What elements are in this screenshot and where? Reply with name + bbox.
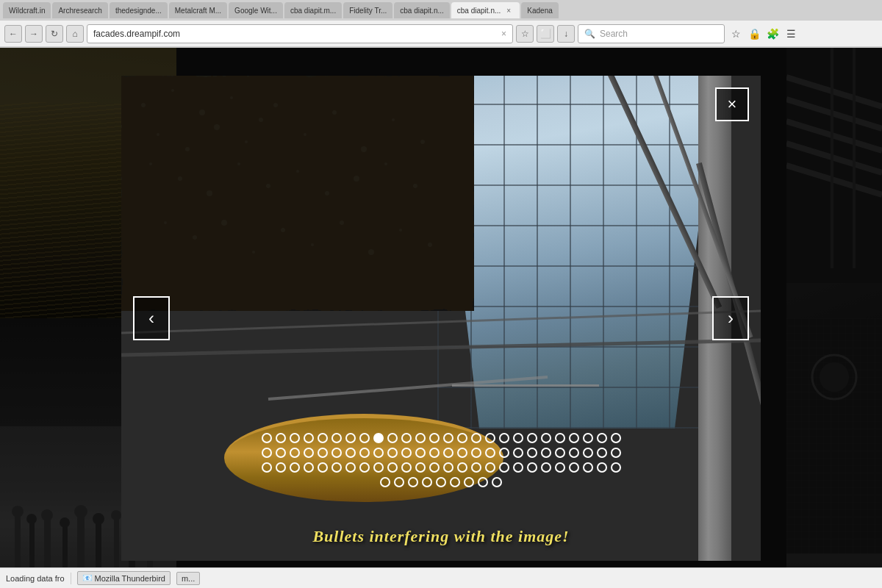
bullet-1-4[interactable] xyxy=(304,433,314,443)
bullet-1-20[interactable] xyxy=(527,433,537,443)
bullet-2-22[interactable] xyxy=(555,448,565,458)
taskbar-item-2[interactable]: m... xyxy=(176,572,200,585)
bullet-2-16[interactable] xyxy=(471,448,481,458)
bullet-1-22[interactable] xyxy=(555,433,565,443)
bullet-2-21[interactable] xyxy=(541,448,551,458)
bullet-3-8[interactable] xyxy=(359,462,370,473)
bullet-3-19[interactable] xyxy=(513,462,523,473)
taskbar-item-thunderbird[interactable]: 📧 Mozilla Thunderbird xyxy=(77,571,171,585)
bullet-2-9[interactable] xyxy=(373,448,384,458)
bullet-3-12[interactable] xyxy=(415,462,426,473)
bullet-1-17[interactable] xyxy=(485,433,495,443)
prev-button[interactable]: ‹ xyxy=(133,296,170,340)
bullet-3-4[interactable] xyxy=(304,462,314,473)
bullet-1-12[interactable] xyxy=(415,433,426,443)
bullet-4-4[interactable] xyxy=(422,477,432,487)
bullet-2-1[interactable] xyxy=(262,448,272,458)
bullet-4-9[interactable] xyxy=(492,477,502,487)
bullet-1-14[interactable] xyxy=(443,433,453,443)
bullet-1-5[interactable] xyxy=(318,433,328,443)
reload-button[interactable]: ↻ xyxy=(46,25,63,43)
tab-4[interactable]: Metalcraft M... xyxy=(169,2,227,18)
tab-5[interactable]: Google Wit... xyxy=(229,2,283,18)
bullet-1-9[interactable] xyxy=(373,433,384,443)
bullet-2-20[interactable] xyxy=(527,448,537,458)
bullet-1-10[interactable] xyxy=(387,433,398,443)
bullet-1-21[interactable] xyxy=(541,433,551,443)
bullet-3-22[interactable] xyxy=(555,462,565,473)
bullet-1-13[interactable] xyxy=(429,433,440,443)
bullet-2-25[interactable] xyxy=(597,448,607,458)
bullet-1-6[interactable] xyxy=(331,433,342,443)
bullet-2-15[interactable] xyxy=(457,448,467,458)
bullet-2-8[interactable] xyxy=(359,448,370,458)
bullet-3-15[interactable] xyxy=(457,462,467,473)
bullet-2-4[interactable] xyxy=(304,448,314,458)
bullet-1-16[interactable] xyxy=(471,433,481,443)
bullet-2-2[interactable] xyxy=(276,448,286,458)
bullet-1-11[interactable] xyxy=(401,433,412,443)
bullet-3-20[interactable] xyxy=(527,462,537,473)
bullet-3-18[interactable] xyxy=(499,462,509,473)
back-button[interactable]: ← xyxy=(4,25,22,43)
bullet-3-13[interactable] xyxy=(429,462,440,473)
menu-icon[interactable]: ☰ xyxy=(783,26,799,42)
bullet-1-7[interactable] xyxy=(345,433,356,443)
forward-button[interactable]: → xyxy=(25,25,43,43)
bullet-3-23[interactable] xyxy=(569,462,579,473)
tab-10[interactable]: Kadena xyxy=(521,2,558,18)
bullet-3-26[interactable] xyxy=(611,462,621,473)
bullet-4-6[interactable] xyxy=(450,477,460,487)
bookmark-solid-icon[interactable]: ⬜ xyxy=(537,25,554,43)
bullet-3-9[interactable] xyxy=(373,462,384,473)
bullet-3-7[interactable] xyxy=(345,462,356,473)
bullet-2-12[interactable] xyxy=(415,448,426,458)
bullet-3-1[interactable] xyxy=(262,462,272,473)
bullet-1-25[interactable] xyxy=(597,433,607,443)
bullet-2-7[interactable] xyxy=(345,448,356,458)
bullet-2-10[interactable] xyxy=(387,448,398,458)
bullet-3-16[interactable] xyxy=(471,462,481,473)
puzzle-icon[interactable]: 🧩 xyxy=(764,26,781,42)
lightbox-overlay[interactable]: Bullets interfering with the image! × ‹ … xyxy=(0,48,882,588)
address-bar[interactable]: facades.dreampif.com × xyxy=(87,24,513,43)
download-icon[interactable]: ↓ xyxy=(557,25,575,43)
bullet-3-6[interactable] xyxy=(331,462,342,473)
bullet-1-23[interactable] xyxy=(569,433,579,443)
tab-1[interactable]: Wildcraft.in xyxy=(3,2,51,18)
bullet-3-5[interactable] xyxy=(318,462,328,473)
tab-8[interactable]: cba diapit.n... xyxy=(394,2,449,18)
bookmark-icon[interactable]: ☆ xyxy=(516,25,534,43)
bullet-1-19[interactable] xyxy=(513,433,523,443)
bullet-2-14[interactable] xyxy=(443,448,453,458)
close-button[interactable]: × xyxy=(715,87,749,121)
tab-9[interactable]: cba diapit.n... × xyxy=(451,2,520,18)
tab-7[interactable]: Fidelity Tr... xyxy=(343,2,392,18)
tab-3[interactable]: thedesignde... xyxy=(110,2,168,18)
bullet-4-5[interactable] xyxy=(436,477,446,487)
bullet-4-3[interactable] xyxy=(408,477,418,487)
bullet-2-17[interactable] xyxy=(485,448,495,458)
bullet-4-8[interactable] xyxy=(478,477,488,487)
search-bar[interactable]: 🔍 Search xyxy=(578,24,725,43)
bullet-2-6[interactable] xyxy=(331,448,342,458)
bullet-4-2[interactable] xyxy=(394,477,404,487)
bullet-1-3[interactable] xyxy=(290,433,300,443)
bullet-3-2[interactable] xyxy=(276,462,286,473)
close-tab-icon[interactable]: × xyxy=(503,5,514,15)
bullet-1-18[interactable] xyxy=(499,433,509,443)
bullet-3-25[interactable] xyxy=(597,462,607,473)
bullet-1-26[interactable] xyxy=(611,433,621,443)
bullet-2-5[interactable] xyxy=(318,448,328,458)
bullet-2-19[interactable] xyxy=(513,448,523,458)
bullet-1-1[interactable] xyxy=(262,433,272,443)
bullet-1-24[interactable] xyxy=(583,433,593,443)
bullet-4-1[interactable] xyxy=(380,477,390,487)
bullet-3-14[interactable] xyxy=(443,462,453,473)
next-button[interactable]: › xyxy=(712,296,749,340)
bullet-2-3[interactable] xyxy=(290,448,300,458)
bullet-3-21[interactable] xyxy=(541,462,551,473)
bullet-2-11[interactable] xyxy=(401,448,412,458)
bullet-2-24[interactable] xyxy=(583,448,593,458)
bullet-1-8[interactable] xyxy=(359,433,370,443)
